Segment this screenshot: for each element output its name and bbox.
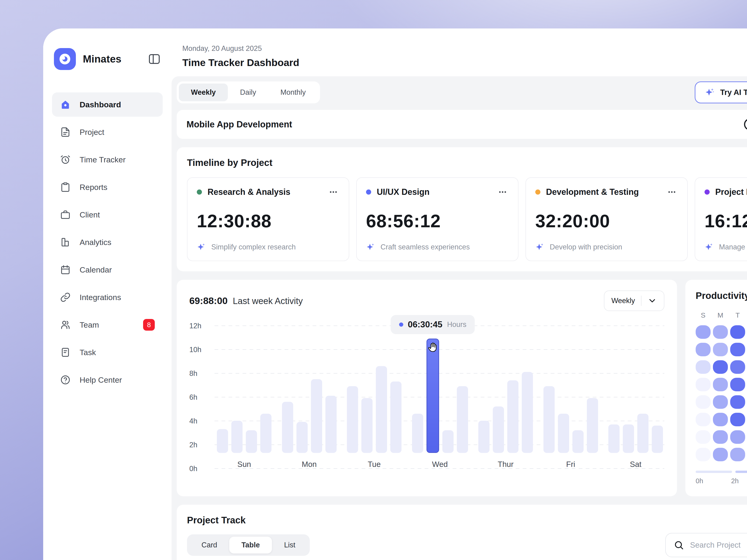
track-tab-list[interactable]: List [272,537,307,554]
brand-name: Minates [83,53,141,65]
content: WeeklyDailyMonthly Try AI Time Mobile Ap… [172,76,747,560]
y-axis-tick: 10h [189,346,209,354]
bar[interactable] [457,386,468,453]
day-group: Tue [347,326,402,469]
bar[interactable] [361,398,372,453]
activity-range-dropdown[interactable]: Weekly [604,291,664,311]
bar[interactable] [572,430,584,453]
sidebar-item-dashboard[interactable]: Dashboard [52,92,163,117]
sidebar-item-label: Calendar [80,265,155,274]
clipboard-icon [60,182,71,192]
project-time: 68:56:12 [366,211,509,232]
project-hint-text: Craft seamless experiences [381,243,470,251]
project-banner[interactable]: Mobile App Development [177,110,747,139]
bar[interactable] [246,430,257,453]
bar[interactable] [608,424,620,453]
bar[interactable] [587,398,598,453]
sidebar-item-team[interactable]: Team8 [52,313,163,337]
sparkle-icon [197,242,206,252]
heatmap-cell [696,413,711,426]
heatmap-cell [696,395,711,409]
heatmap-cell [713,430,728,444]
project-card[interactable]: UI/UX Design68:56:12Craft seamless exper… [356,177,518,261]
bar[interactable] [231,421,242,453]
dollar-circle-icon[interactable] [743,117,747,132]
productivity-card: Productivity SMT 0h 2h [686,280,747,496]
ellipsis-menu-icon[interactable] [496,187,509,197]
bar[interactable] [297,422,308,453]
x-axis-label: Mon [282,460,337,469]
chevron-down-icon [648,296,657,305]
day-group: Sun [217,326,272,469]
file-icon [60,127,71,137]
heatmap-cell [696,343,711,356]
heatmap-cell [730,430,745,444]
bar[interactable] [543,386,555,453]
sidebar-item-task[interactable]: Task [52,340,163,365]
bar[interactable] [493,406,504,453]
tab-daily[interactable]: Daily [228,83,268,101]
tooltip-dot-icon [399,322,403,327]
bar[interactable] [652,426,663,453]
ellipsis-menu-icon[interactable] [327,187,339,197]
heatmap-cell [713,378,728,391]
bar[interactable] [390,381,402,453]
bar[interactable] [558,414,569,453]
page-title: Time Tracker Dashboard [182,57,747,69]
search-project-input[interactable]: Search Project [665,533,747,557]
bar[interactable] [260,414,272,453]
bar[interactable] [522,372,533,453]
y-axis-tick: 2h [189,441,209,449]
sidebar-item-client[interactable]: Client [52,203,163,227]
sidebar-item-label: Reports [80,183,155,192]
project-hint: Manage w [704,242,747,252]
heatmap-cell [730,325,745,339]
sparkle-icon [705,87,715,98]
project-card[interactable]: Development & Testing32:20:00Develop wit… [525,177,688,261]
sidebar-item-calendar[interactable]: Calendar [52,258,163,282]
sidebar-item-help-center[interactable]: Help Center [52,368,163,392]
highlighted-bar[interactable]: 06:30:45Hours [427,339,439,453]
track-tab-table[interactable]: Table [229,537,272,554]
sidebar-item-analytics[interactable]: Analytics [52,230,163,254]
team-badge: 8 [143,319,155,331]
bar[interactable] [217,429,228,453]
project-hint: Develop with precision [535,242,678,252]
home-icon [60,99,71,110]
bar[interactable] [347,386,358,453]
project-dot [535,189,540,195]
productivity-heatmap [696,325,747,461]
bar[interactable] [478,421,490,453]
sidebar-collapse-icon[interactable] [148,53,161,65]
heatmap-cell [730,413,745,426]
heatmap-cell [713,343,728,356]
project-card[interactable]: Project M16:12Manage w [695,177,747,261]
bar[interactable] [326,396,337,453]
bar[interactable] [637,414,648,453]
hand-cursor-icon [427,341,439,353]
sidebar: Minates DashboardProjectTime TrackerRepo… [43,28,172,560]
try-ai-time-button[interactable]: Try AI Time [695,81,747,103]
bar[interactable] [282,402,293,453]
project-name: Research & Analysis [208,187,322,197]
ellipsis-menu-icon[interactable] [666,187,678,197]
project-card[interactable]: Research & Analysis12:30:88Simplify comp… [187,177,349,261]
sidebar-item-integrations[interactable]: Integrations [52,285,163,310]
search-placeholder: Search Project [690,541,741,550]
tab-weekly[interactable]: Weekly [179,83,228,101]
sidebar-item-time-tracker[interactable]: Time Tracker [52,148,163,172]
bar[interactable] [623,424,634,453]
heatmap-cell [696,360,711,374]
sidebar-item-project[interactable]: Project [52,120,163,144]
bar[interactable] [311,379,322,453]
bar[interactable] [442,430,454,453]
sidebar-item-reports[interactable]: Reports [52,175,163,199]
x-axis-label: Sat [608,460,663,469]
legend-segment-low [696,471,732,473]
track-tab-card[interactable]: Card [189,537,229,554]
bar[interactable] [376,366,387,453]
bar[interactable] [507,380,518,453]
sidebar-item-label: Help Center [80,375,155,384]
bar[interactable] [412,414,423,453]
tab-monthly[interactable]: Monthly [268,83,318,101]
